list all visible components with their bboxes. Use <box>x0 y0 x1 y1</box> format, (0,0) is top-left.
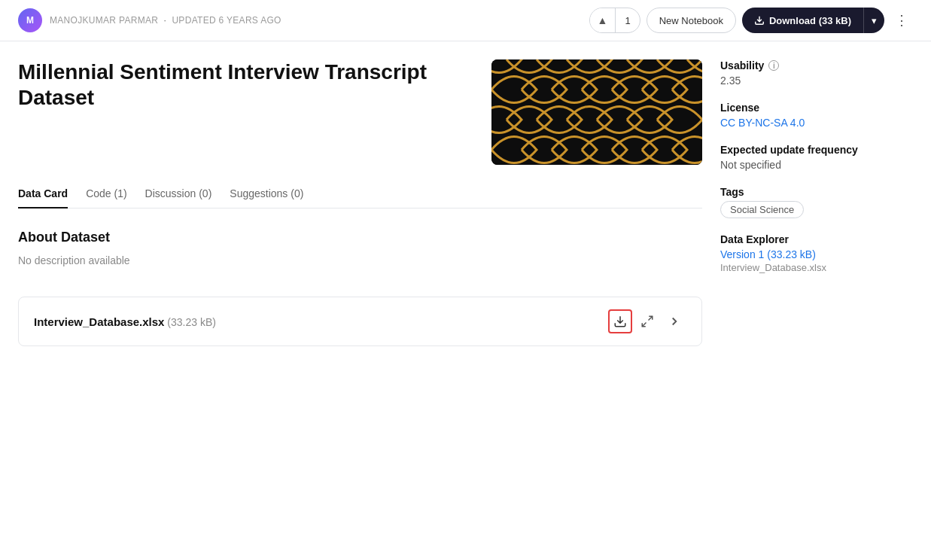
up-arrow-icon: ▲ <box>598 14 608 26</box>
vote-button[interactable]: ▲ 1 <box>589 8 640 33</box>
about-section: About Dataset No description available <box>18 230 702 266</box>
update-freq-value: Not specified <box>720 159 913 171</box>
more-options-button[interactable]: ⋮ <box>890 9 913 32</box>
update-freq-section: Expected update frequency Not specified <box>720 144 913 171</box>
data-explorer-link[interactable]: Version 1 (33.23 kB) <box>720 248 816 260</box>
data-explorer-label: Data Explorer <box>720 233 913 245</box>
expand-icon <box>640 315 654 328</box>
author-name: MANOJKUMAR PARMAR <box>50 15 158 26</box>
update-freq-label: Expected update frequency <box>720 144 913 156</box>
no-description: No description available <box>18 254 702 266</box>
upvote-arrow[interactable]: ▲ <box>590 8 616 32</box>
file-size: (33.23 kB) <box>167 316 216 328</box>
license-section: License CC BY-NC-SA 4.0 <box>720 102 913 129</box>
tags-label: Tags <box>720 186 913 198</box>
main-content: Millennial Sentiment Interview Transcrip… <box>0 41 931 364</box>
new-notebook-button[interactable]: New Notebook <box>647 8 736 33</box>
usability-info-icon[interactable]: i <box>768 60 779 71</box>
header-right: ▲ 1 New Notebook Download (33 kB) ▾ ⋮ <box>589 8 913 33</box>
thumbnail-svg <box>491 59 702 165</box>
dataset-header: Millennial Sentiment Interview Transcrip… <box>18 59 702 165</box>
right-panel: Usability i 2.35 License CC BY-NC-SA 4.0… <box>720 41 931 364</box>
file-section: Interview_Database.xlsx (33.23 kB) <box>18 297 702 346</box>
avatar: M <box>18 8 42 32</box>
file-download-icon <box>613 315 627 328</box>
file-download-button[interactable] <box>608 309 632 333</box>
dataset-title: Millennial Sentiment Interview Transcrip… <box>18 59 476 110</box>
tags-section: Tags Social Science <box>720 186 913 218</box>
download-icon <box>754 15 765 26</box>
tab-discussion[interactable]: Discussion (0) <box>145 180 212 208</box>
file-expand-button[interactable] <box>635 309 659 333</box>
data-explorer-sub: Interview_Database.xlsx <box>720 262 913 273</box>
usability-label: Usability i <box>720 59 913 72</box>
vote-count: 1 <box>616 15 639 26</box>
chevron-down-icon: ▾ <box>872 15 877 26</box>
tab-code[interactable]: Code (1) <box>86 180 126 208</box>
header-meta: MANOJKUMAR PARMAR · UPDATED 6 YEARS AGO <box>50 15 281 26</box>
page-header: M MANOJKUMAR PARMAR · UPDATED 6 YEARS AG… <box>0 0 931 41</box>
license-label: License <box>720 102 913 114</box>
updated-text: UPDATED 6 YEARS AGO <box>172 15 281 26</box>
svg-line-1 <box>649 316 653 320</box>
usability-section: Usability i 2.35 <box>720 59 913 87</box>
header-left: M MANOJKUMAR PARMAR · UPDATED 6 YEARS AG… <box>18 8 281 32</box>
data-explorer-section: Data Explorer Version 1 (33.23 kB) Inter… <box>720 233 913 273</box>
download-label: Download (33 kB) <box>769 15 851 26</box>
file-name: Interview_Database.xlsx <box>34 315 164 328</box>
license-value[interactable]: CC BY-NC-SA 4.0 <box>720 117 805 129</box>
chevron-right-icon <box>668 315 681 328</box>
tab-data-card[interactable]: Data Card <box>18 180 68 208</box>
download-button[interactable]: Download (33 kB) <box>742 8 863 33</box>
file-info: Interview_Database.xlsx (33.23 kB) <box>34 315 216 328</box>
tabs: Data Card Code (1) Discussion (0) Sugges… <box>18 180 702 208</box>
dataset-thumbnail <box>491 59 702 165</box>
download-button-group: Download (33 kB) ▾ <box>742 8 884 33</box>
tag-social-science[interactable]: Social Science <box>720 201 804 218</box>
tab-suggestions[interactable]: Suggestions (0) <box>230 180 303 208</box>
file-actions <box>608 309 686 333</box>
about-heading: About Dataset <box>18 230 702 245</box>
file-next-button[interactable] <box>662 309 686 333</box>
download-chevron-button[interactable]: ▾ <box>863 8 884 33</box>
svg-line-2 <box>642 323 646 327</box>
left-panel: Millennial Sentiment Interview Transcrip… <box>0 41 720 364</box>
usability-value: 2.35 <box>720 75 913 87</box>
